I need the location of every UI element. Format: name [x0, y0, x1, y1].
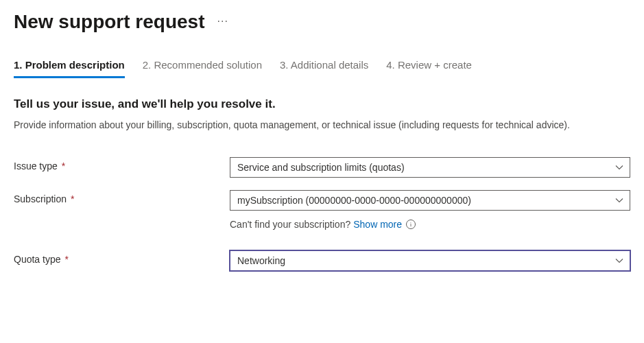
chevron-down-icon	[615, 163, 623, 172]
chevron-down-icon	[615, 196, 623, 204]
subscription-label: Subscription *	[14, 190, 230, 204]
required-indicator: *	[59, 161, 65, 172]
more-actions-button[interactable]: ···	[217, 16, 228, 29]
wizard-tabs: 1. Problem description 2. Recommended so…	[14, 59, 630, 78]
info-icon[interactable]: i	[406, 220, 416, 229]
tab-review-create[interactable]: 4. Review + create	[386, 59, 472, 78]
required-indicator: *	[62, 254, 69, 265]
quota-type-label: Quota type *	[14, 250, 230, 265]
tab-recommended-solution[interactable]: 2. Recommended solution	[143, 59, 262, 78]
tab-additional-details[interactable]: 3. Additional details	[280, 59, 368, 78]
section-heading: Tell us your issue, and we'll help you r…	[14, 97, 630, 111]
section-description: Provide information about your billing, …	[14, 118, 630, 132]
issue-type-select[interactable]: Service and subscription limits (quotas)	[230, 157, 630, 178]
subscription-helper-prefix: Can't find your subscription?	[230, 219, 350, 230]
subscription-helper: Can't find your subscription? Show more …	[230, 219, 416, 230]
subscription-value: mySubscription (00000000-0000-0000-00000…	[237, 195, 471, 206]
issue-type-label: Issue type *	[14, 157, 230, 172]
quota-type-value: Networking	[237, 255, 285, 266]
show-more-link[interactable]: Show more	[353, 219, 402, 230]
tab-problem-description[interactable]: 1. Problem description	[14, 59, 125, 78]
page-title: New support request	[14, 11, 204, 33]
issue-type-value: Service and subscription limits (quotas)	[237, 162, 405, 173]
subscription-select[interactable]: mySubscription (00000000-0000-0000-00000…	[230, 190, 630, 211]
quota-type-select[interactable]: Networking	[230, 250, 630, 271]
chevron-down-icon	[615, 257, 623, 265]
required-indicator: *	[68, 193, 74, 204]
